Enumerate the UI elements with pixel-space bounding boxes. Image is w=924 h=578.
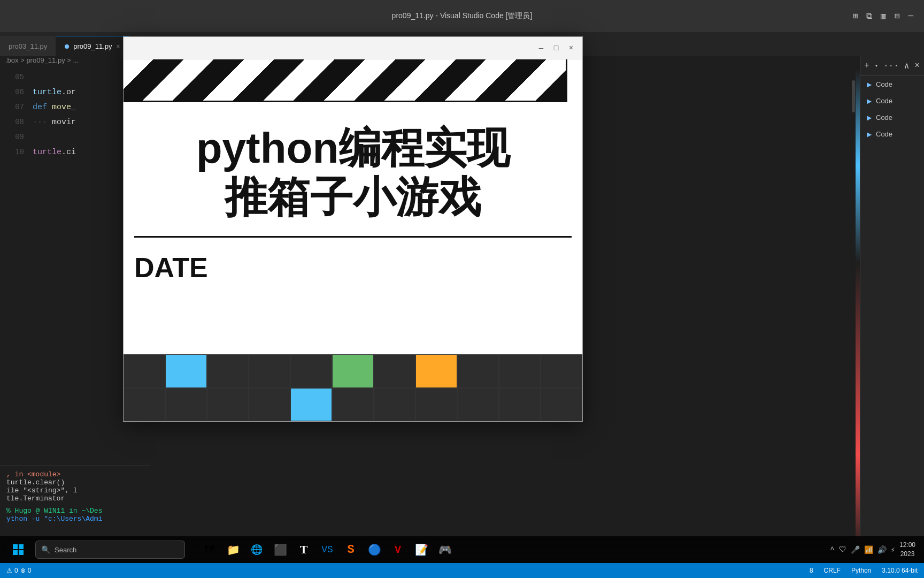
panel-code-label-2: Code <box>876 97 892 105</box>
taskbar-game-app[interactable]: 🎮 <box>434 539 456 560</box>
game-cell-1-8 <box>415 354 457 388</box>
game-cell-2-8 <box>415 388 457 422</box>
overlay-titlebar: — □ × <box>124 37 582 59</box>
terminal-line-5: % Hugo @ WIN11 in ~\Des <box>6 507 143 515</box>
status-line[interactable]: 8 <box>810 567 813 574</box>
clock-date: 2023 <box>899 550 915 559</box>
clap-title-line2: 推箱子小游戏 <box>145 173 561 222</box>
terminal-line-6: ython -u "c:\Users\Admi <box>6 515 143 523</box>
layout-icon[interactable]: ⊞ <box>852 11 858 21</box>
panel-add-button[interactable]: + <box>864 61 869 71</box>
systray-mic[interactable]: 🎤 <box>851 545 860 554</box>
tab-close-button[interactable]: × <box>117 43 120 50</box>
game-cell-2-7 <box>374 388 415 422</box>
clap-date-label: DATE <box>124 246 582 289</box>
panel-code-item-2[interactable]: ▶ Code <box>860 93 924 109</box>
status-errors[interactable]: ⚠ 0 ⊗ 0 <box>6 567 31 574</box>
terminal-line-1: , in <module> <box>6 470 143 478</box>
code-run-icon-3: ▶ <box>867 114 872 121</box>
overlay-window: — □ × python编程实现 推箱子小游戏 DATE <box>123 36 583 422</box>
right-panel: + ▾ ··· ∧ × ▶ Code ▶ Code ▶ Code ▶ Code <box>860 56 924 551</box>
panel-chevron-down[interactable]: ▾ <box>875 63 878 69</box>
taskbar-maps-app[interactable]: 🗺 <box>199 539 220 560</box>
tab-modified-indicator <box>65 44 69 49</box>
panel-code-label-3: Code <box>876 113 892 121</box>
panel-code-label-4: Code <box>876 130 892 138</box>
status-language[interactable]: Python <box>851 567 871 574</box>
game-grid-row-2 <box>124 388 582 422</box>
taskbar-search[interactable]: 🔍 Search <box>35 541 185 559</box>
clap-divider <box>134 236 572 238</box>
taskbar-wps-app[interactable]: 📝 <box>411 539 432 560</box>
panel-icon[interactable]: ▥ <box>881 11 886 21</box>
status-version[interactable]: 3.10.0 64-bit <box>882 567 918 574</box>
windows-logo-icon <box>13 544 24 555</box>
start-button[interactable] <box>9 540 28 559</box>
window-title: pro09_11.py - Visual Studio Code [管理员] <box>392 11 533 21</box>
game-cell-2-6 <box>332 388 374 422</box>
taskbar-apps: 🗺 📁 🌐 ⬛ T VS S 🔵 V 📝 🎮 <box>199 539 456 560</box>
minimap-highlight <box>856 70 860 551</box>
tab-pro09[interactable]: pro09_11.py × <box>56 36 129 56</box>
taskbar-vs-app[interactable]: VS <box>317 539 338 560</box>
panel-code-item-3[interactable]: ▶ Code <box>860 109 924 126</box>
taskbar-s-app[interactable]: S <box>340 539 361 560</box>
svg-rect-0 <box>13 544 18 549</box>
svg-rect-3 <box>19 550 24 555</box>
taskbar-font-app[interactable]: T <box>293 539 314 560</box>
game-cell-1-4 <box>249 354 290 388</box>
panel-toolbar: + ▾ ··· ∧ × <box>860 56 924 76</box>
systray-network[interactable]: 📶 <box>864 545 873 554</box>
svg-rect-2 <box>13 550 18 555</box>
game-cell-2-10 <box>499 388 541 422</box>
game-grid <box>124 354 582 421</box>
systray-sound[interactable]: 🔊 <box>877 545 887 554</box>
panel-dots[interactable]: ··· <box>883 61 899 71</box>
tab-pro09-label: pro09_11.py <box>73 42 112 50</box>
systray-shield[interactable]: 🛡 <box>839 545 846 554</box>
window-controls: ⊞ ⧉ ▥ ⊟ — <box>852 11 913 21</box>
scrollbar-thumb[interactable] <box>852 80 855 112</box>
taskbar: 🔍 Search 🗺 📁 🌐 ⬛ T VS S 🔵 V 📝 🎮 ^ 🛡 🎤 📶 … <box>0 536 924 563</box>
editor-scrollbar[interactable] <box>851 70 856 450</box>
game-cell-2-11 <box>541 388 582 422</box>
minimize-window-icon[interactable]: — <box>908 11 913 21</box>
grid-icon[interactable]: ⊟ <box>895 11 900 21</box>
code-run-icon-4: ▶ <box>867 131 872 138</box>
breadcrumb-path: .box > pro09_11.py > ... <box>5 56 79 64</box>
game-cell-2-1 <box>124 388 165 422</box>
panel-close-button[interactable]: × <box>914 61 920 71</box>
terminal-line-4: tle.Terminator <box>6 495 143 503</box>
systray-battery[interactable]: ⚡ <box>891 545 895 554</box>
breadcrumb: .box > pro09_11.py > ... <box>5 56 79 64</box>
game-cell-2-2 <box>165 388 207 422</box>
game-cell-2-4 <box>249 388 290 422</box>
status-encoding[interactable]: CRLF <box>824 567 841 574</box>
game-cell-1-10 <box>499 354 541 388</box>
clock-time: 12:00 <box>899 541 915 550</box>
game-cell-1-6 <box>332 354 374 388</box>
panel-up-button[interactable]: ∧ <box>904 60 910 71</box>
taskbar-terminal-app[interactable]: ⬛ <box>270 539 291 560</box>
tab-pro03-label: pro03_11.py <box>9 42 47 50</box>
search-placeholder-text: Search <box>55 546 76 554</box>
game-cell-1-2 <box>165 354 207 388</box>
split-icon[interactable]: ⧉ <box>866 11 872 21</box>
game-cell-1-5 <box>290 354 332 388</box>
error-icon: ⚠ <box>6 567 12 574</box>
overlay-restore-button[interactable]: □ <box>551 43 561 53</box>
game-cell-2-5 <box>290 388 332 422</box>
systray-chevron[interactable]: ^ <box>830 545 834 554</box>
taskbar-v-app[interactable]: V <box>387 539 409 560</box>
tab-pro03[interactable]: pro03_11.py <box>0 36 56 56</box>
taskbar-clock[interactable]: 12:00 2023 <box>899 541 915 559</box>
taskbar-folder-app[interactable]: 📁 <box>222 539 244 560</box>
taskbar-edge-app[interactable]: 🌐 <box>246 539 267 560</box>
overlay-close-button[interactable]: × <box>566 43 576 53</box>
overlay-minimize-button[interactable]: — <box>536 43 546 53</box>
panel-code-item-1[interactable]: ▶ Code <box>860 76 924 93</box>
terminal-line-2: turtle.clear() <box>6 478 143 486</box>
panel-code-item-4[interactable]: ▶ Code <box>860 126 924 142</box>
taskbar-chrome-app[interactable]: 🔵 <box>364 539 385 560</box>
status-right-items: 8 CRLF Python 3.10.0 64-bit <box>810 567 918 574</box>
